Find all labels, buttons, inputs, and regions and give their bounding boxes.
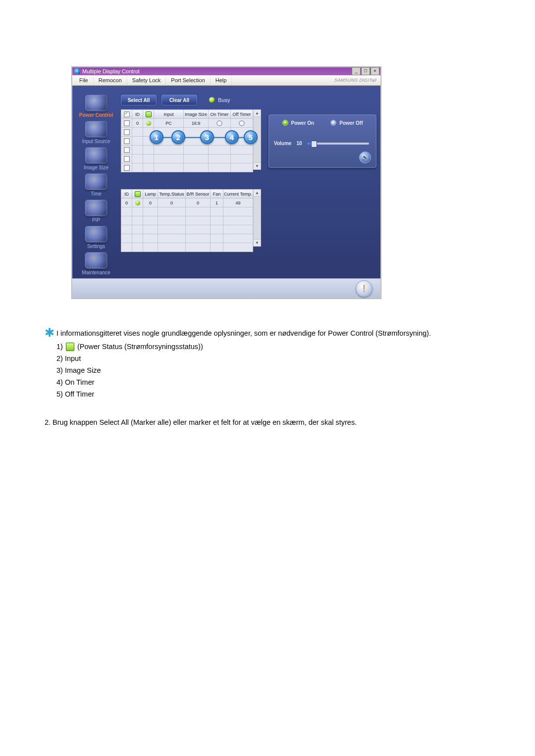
gear-icon (85, 226, 107, 243)
sidebar-item-image-size[interactable]: Image Size (76, 147, 116, 170)
legend-item-3: 3) Image Size (56, 365, 490, 376)
status-grid-scrollbar[interactable]: ▲ ▼ (253, 189, 261, 247)
power-on-radio[interactable]: Power On (282, 120, 315, 126)
legend-item-1: 1) (Power Status (Strømforsyningsstatus)… (56, 342, 490, 352)
busy-indicator-icon (209, 97, 215, 103)
power-control-panel: Power On Power Off Volume 10 🔊 (268, 114, 376, 168)
display-grid-scrollbar[interactable]: ▲ ▼ (253, 109, 261, 170)
table-row[interactable]: 0 PC 16:9 (121, 119, 253, 128)
table-row[interactable] (121, 137, 253, 146)
status-grid-wrap: ID Lamp Temp.Status B/R Sensor Fan Curre… (121, 189, 377, 252)
volume-label: Volume (274, 141, 291, 146)
power-icon (85, 95, 107, 111)
sidebar: Power Control Input Source Image Size Ti… (72, 86, 120, 278)
scol-temp-status[interactable]: Temp.Status (158, 190, 186, 199)
menu-safety-lock[interactable]: Safety Lock (127, 75, 166, 85)
legend-item-4: 4) On Timer (56, 377, 490, 388)
info-icon[interactable]: ! (356, 280, 373, 297)
sidebar-item-settings[interactable]: Settings (76, 226, 116, 249)
window-footer: ! (72, 278, 380, 298)
col-input[interactable]: Input (154, 110, 184, 119)
volume-value: 10 (296, 141, 302, 146)
brand-logo: SAMSUNG DIGITall (334, 78, 378, 83)
minimize-button[interactable]: _ (352, 67, 361, 75)
image-size-icon (85, 147, 107, 164)
table-row[interactable] (121, 128, 253, 137)
table-row[interactable]: 0 0 0 0 1 49 (121, 199, 253, 207)
radio-dot-icon (330, 120, 336, 126)
select-all-button[interactable]: Select All (121, 95, 157, 105)
legend-item-5: 5) Off Timer (56, 389, 490, 400)
slider-thumb-icon[interactable] (311, 141, 317, 148)
table-row[interactable] (121, 234, 253, 243)
col-off-timer[interactable]: Off Timer (231, 110, 253, 119)
table-row[interactable] (121, 163, 253, 172)
app-window: Multiple Display Control _ □ × File Remo… (72, 67, 381, 299)
star-bullet-icon: ✱ (45, 328, 54, 339)
input-source-icon (85, 121, 107, 138)
sidebar-item-power-control[interactable]: Power Control (76, 95, 116, 118)
busy-label: Busy (218, 97, 230, 103)
scol-fan[interactable]: Fan (211, 190, 223, 199)
scroll-down-icon[interactable]: ▼ (254, 239, 261, 246)
menu-help[interactable]: Help (211, 75, 232, 85)
radio-dot-icon (282, 120, 288, 126)
menu-remocon[interactable]: Remocon (94, 75, 127, 85)
scol-current-temp[interactable]: Current Temp. (223, 190, 253, 199)
table-row[interactable] (121, 216, 253, 225)
explanation-block: ✱ I informationsgitteret vises nogle gru… (45, 328, 490, 428)
step-2-text: 2. Brug knappen Select All (Marker alle)… (45, 417, 490, 428)
intro-text: I informationsgitteret vises nogle grund… (56, 328, 431, 339)
scroll-up-icon[interactable]: ▲ (254, 190, 261, 197)
scol-power-status[interactable] (132, 190, 143, 199)
col-power-status[interactable] (143, 110, 154, 119)
sidebar-item-pip[interactable]: PIP (76, 200, 116, 223)
titlebar: Multiple Display Control _ □ × (72, 67, 380, 75)
table-row[interactable] (121, 243, 253, 252)
legend-item-2: 2) Input (56, 353, 490, 364)
menu-port-selection[interactable]: Port Selection (166, 75, 210, 85)
table-row[interactable] (121, 225, 253, 234)
close-button[interactable]: × (371, 67, 379, 75)
pip-icon (85, 200, 107, 216)
col-image-size[interactable]: Image Size (184, 110, 209, 119)
volume-slider[interactable] (307, 143, 369, 145)
col-id[interactable]: ID (132, 110, 143, 119)
sidebar-item-maintenance[interactable]: Maintenance (76, 252, 116, 275)
table-row[interactable] (121, 146, 253, 154)
power-off-radio[interactable]: Power Off (330, 120, 363, 126)
power-status-icon (66, 343, 74, 351)
scol-br-sensor[interactable]: B/R Sensor (186, 190, 211, 199)
sidebar-item-time[interactable]: Time (76, 173, 116, 197)
scroll-up-icon[interactable]: ▲ (254, 110, 261, 117)
clear-all-button[interactable]: Clear All (161, 95, 197, 105)
status-grid[interactable]: ID Lamp Temp.Status B/R Sensor Fan Curre… (121, 189, 253, 252)
table-row[interactable] (121, 154, 253, 163)
menubar: File Remocon Safety Lock Port Selection … (72, 75, 380, 86)
window-title: Multiple Display Control (82, 68, 140, 74)
scroll-down-icon[interactable]: ▼ (254, 162, 261, 169)
display-grid[interactable]: ID Input Image Size On Timer Off Timer 0… (121, 109, 253, 172)
wrench-icon (85, 252, 107, 269)
app-icon (74, 68, 80, 74)
clock-icon (85, 173, 107, 190)
speaker-icon[interactable]: 🔊 (359, 151, 371, 163)
scol-lamp[interactable]: Lamp (143, 190, 158, 199)
menu-file[interactable]: File (74, 75, 94, 85)
scol-id[interactable]: ID (121, 190, 132, 199)
col-on-timer[interactable]: On Timer (209, 110, 231, 119)
table-row[interactable] (121, 207, 253, 216)
sidebar-item-input-source[interactable]: Input Source (76, 121, 116, 144)
maximize-button[interactable]: □ (361, 67, 370, 75)
col-checkbox[interactable] (121, 110, 132, 119)
